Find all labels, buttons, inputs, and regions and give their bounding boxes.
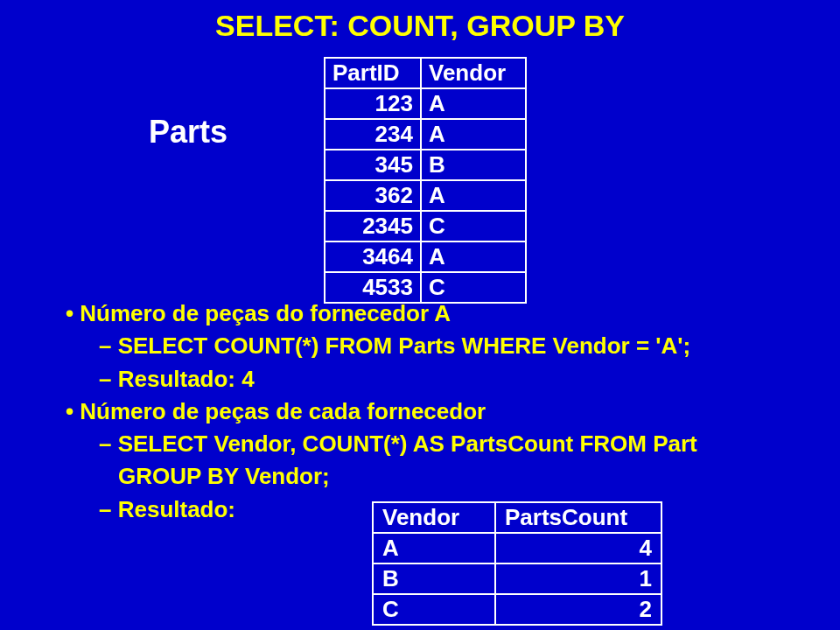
cell-partid: 2345 (325, 211, 421, 242)
table-row: 345 B (325, 150, 526, 180)
cell-vendor: A (421, 242, 526, 272)
col-header-partid: PartID (325, 58, 421, 88)
table-row: 123 A (325, 88, 526, 119)
table-row: A 4 (373, 533, 662, 564)
col-header-partscount: PartsCount (495, 502, 662, 533)
table-row: C 2 (373, 594, 662, 625)
cell-count: 4 (495, 533, 662, 564)
cell-vendor: C (421, 211, 526, 242)
cell-partid: 362 (325, 180, 421, 211)
cell-vendor: A (421, 88, 526, 119)
cell-vendor: B (421, 150, 526, 180)
cell-count: 2 (495, 594, 662, 625)
table-row: 362 A (325, 180, 526, 211)
sub-bullet-result: Resultado: 4 (99, 365, 792, 394)
bullet-text: Número de peças do fornecedor A (80, 300, 451, 326)
slide: SELECT: COUNT, GROUP BY Parts PartID Ven… (0, 0, 840, 630)
cell-partid: 3464 (325, 242, 421, 272)
cell-count: 1 (495, 564, 662, 594)
cell-vendor: B (373, 564, 495, 594)
cell-vendor: C (373, 594, 495, 625)
sql-text: SELECT COUNT(*) FROM Parts WHERE Vendor … (118, 332, 690, 359)
cell-vendor: A (421, 119, 526, 150)
cell-partid: 123 (325, 88, 421, 119)
result-table: Vendor PartsCount A 4 B 1 C 2 (372, 501, 662, 626)
slide-title: SELECT: COUNT, GROUP BY (0, 9, 840, 43)
cell-vendor: A (373, 533, 495, 564)
cell-partid: 234 (325, 119, 421, 150)
sql-text: SELECT Vendor, COUNT(*) AS PartsCount FR… (118, 430, 697, 457)
col-header-vendor: Vendor (373, 502, 495, 533)
table-row: B 1 (373, 564, 662, 594)
col-header-vendor: Vendor (421, 58, 526, 88)
sub-bullet-sql: SELECT COUNT(*) FROM Parts WHERE Vendor … (99, 332, 792, 360)
bullet-item: Número de peças do fornecedor A (66, 299, 792, 328)
table-row: 2345 C (325, 211, 526, 242)
bullet-text: Número de peças de cada fornecedor (80, 398, 486, 424)
content-block: Número de peças do fornecedor A SELECT C… (66, 296, 792, 528)
sub-bullet-sql: SELECT Vendor, COUNT(*) AS PartsCount FR… (99, 430, 792, 458)
result-text: Resultado: (118, 496, 235, 522)
result-text: Resultado: 4 (118, 366, 255, 392)
table-row: 234 A (325, 119, 526, 150)
cell-partid: 345 (325, 150, 421, 180)
parts-table: PartID Vendor 123 A 234 A 345 B 362 A 23… (324, 57, 527, 304)
table-header-row: Vendor PartsCount (373, 502, 662, 533)
bullet-item: Número de peças de cada fornecedor (66, 397, 792, 426)
cell-vendor: A (421, 180, 526, 211)
sub-bullet-sql-cont: GROUP BY Vendor; (118, 462, 792, 491)
table-row: 3464 A (325, 242, 526, 272)
parts-label: Parts (149, 114, 228, 150)
sql-text: GROUP BY Vendor; (118, 463, 330, 489)
table-header-row: PartID Vendor (325, 58, 526, 88)
